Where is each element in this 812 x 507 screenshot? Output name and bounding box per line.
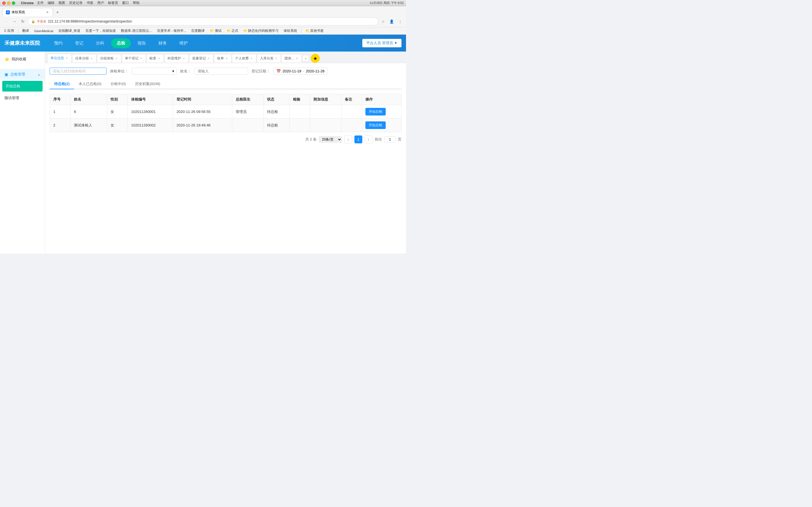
content-tab-room-maintenance[interactable]: 科室维护 × [164, 54, 189, 62]
tab-close-group-exam[interactable]: × [115, 57, 118, 60]
tab-close-distribution[interactable]: × [274, 57, 278, 60]
date-range[interactable]: 📅 2020-11-19 - 2020-11-26 [273, 68, 327, 75]
tab-close-unit-info[interactable]: × [65, 56, 68, 60]
bookmark-formal[interactable]: 📁 正式 [225, 28, 240, 34]
reload-button[interactable]: ↻ [19, 18, 27, 25]
per-page-select[interactable]: 20条/页 50条/页 100条/页 [319, 136, 342, 143]
tab-close-batch-register[interactable]: × [207, 57, 210, 60]
content-tab-single-register[interactable]: 单个登记 × [122, 54, 146, 62]
nav-department[interactable]: 分科 [90, 38, 110, 48]
tab-more-button[interactable]: › [302, 55, 309, 62]
sub-tab-pending[interactable]: 待总检(2) [50, 79, 74, 89]
minimize-button[interactable] [7, 1, 10, 5]
menu-history[interactable]: 历史记录 [69, 1, 83, 5]
content-tab-exam[interactable]: 检查 × [146, 54, 164, 62]
bookmark-baidufanyi[interactable]: 百度翻译 [190, 28, 206, 34]
bookmark-apps[interactable]: ⠿ 应用 [2, 28, 16, 34]
browser-tab-active[interactable]: 体 体软系统 ✕ [2, 8, 53, 16]
sub-tab-in-progress[interactable]: 分检中(0) [106, 79, 131, 89]
bookmark-db[interactable]: 数据库-浙江医院云... [119, 28, 153, 34]
new-tab-button[interactable]: + [54, 8, 61, 16]
tab-close-personal-fee[interactable]: × [250, 57, 253, 60]
sidebar-item-management[interactable]: ▣ 总检管理 ▲ [0, 69, 45, 80]
content-tab-receipt[interactable]: 收单 × [214, 54, 232, 62]
bookmark-geenmedical[interactable]: GeenMedical [33, 29, 55, 33]
user-dropdown-button[interactable]: 平台人员 管理员 ▼ [362, 39, 402, 47]
sidebar-section-management: ▣ 总检管理 ▲ 开始总检 随访管理 [0, 67, 45, 106]
content-tab-personal-fee[interactable]: 个人收费 × [232, 54, 256, 62]
bookmark-separator [18, 29, 18, 33]
menu-file[interactable]: 文件 [37, 1, 44, 5]
menu-window[interactable]: 窗口 [122, 1, 129, 5]
cell-status: 待总检 [263, 119, 289, 132]
menu-view[interactable]: 视图 [58, 1, 65, 5]
page-goto-input[interactable] [384, 136, 396, 143]
address-input[interactable]: 🔒 不安全 221.12.174.68:9888/#/inspectionman… [28, 17, 378, 25]
menu-user[interactable]: 用户 [97, 1, 104, 5]
cell-code: 102011260001 [128, 105, 173, 119]
tab-close-room-maintenance[interactable]: × [182, 57, 186, 60]
sub-tab-history[interactable]: 历史积案(9249) [131, 79, 165, 89]
content-tab-group-more[interactable]: 团体... × [282, 54, 302, 62]
menu-help[interactable]: 帮助 [133, 1, 140, 5]
profile-icon[interactable]: 👤 [388, 18, 395, 25]
nav-appointment[interactable]: 预约 [49, 38, 68, 48]
chevron-down-icon: ▾ [172, 69, 174, 73]
content-tab-unit-info[interactable]: 单位信息 × [47, 54, 71, 63]
bookmark-static[interactable]: 📁 静态化代码检测学习 [242, 28, 280, 34]
search-bar: 体检单位： ▾ 姓名： 登记日期： 📅 2020-11-19 - 2020-11… [50, 68, 402, 75]
next-page-button[interactable]: › [364, 135, 372, 144]
name-input[interactable] [195, 68, 248, 75]
bookmark-others[interactable]: 📁 其他书签 [304, 28, 325, 34]
tab-label: 分组体检 [100, 56, 114, 61]
menu-edit[interactable]: 编辑 [48, 1, 54, 5]
tab-close-exam[interactable]: × [157, 57, 161, 60]
tab-close-button[interactable]: ✕ [45, 10, 49, 14]
bookmark-translate[interactable]: 翻译 [20, 28, 31, 34]
nav-maintenance[interactable]: 维护 [174, 38, 193, 48]
bookmark-youdao[interactable]: 在线翻译_有道 [57, 28, 82, 34]
close-button[interactable] [2, 1, 6, 5]
bookmark-baidu[interactable]: 百度一下，你就知道 [84, 28, 117, 34]
menu-bookmarks[interactable]: 书签 [87, 1, 93, 5]
cell-remark [341, 105, 362, 119]
content-tab-task-group[interactable]: 任务分组 × [72, 54, 96, 62]
page-1-button[interactable]: 1 [354, 135, 362, 144]
content-tab-group-exam[interactable]: 分组体检 × [97, 54, 121, 62]
content-tab-distribution[interactable]: 入库分发 × [257, 54, 281, 62]
maximize-button[interactable] [12, 1, 15, 5]
nav-finance[interactable]: 财务 [153, 38, 172, 48]
tab-close-task-group[interactable]: × [90, 57, 93, 60]
code-search-input[interactable] [53, 69, 103, 73]
forward-button[interactable]: → [11, 18, 18, 25]
nav-report[interactable]: 报告 [132, 38, 152, 48]
favorite-button[interactable]: ★ [311, 54, 320, 63]
menu-tabs[interactable]: 标签页 [108, 1, 118, 5]
back-button[interactable]: ← [2, 18, 10, 25]
bookmark-star-icon[interactable]: ☆ [379, 18, 387, 25]
sidebar-item-start-inspection[interactable]: 开始总检 [2, 81, 43, 92]
start-inspection-btn-row1[interactable]: 开始总检 [365, 108, 386, 115]
titlebar-right: 11月26日 周四 下午 8:52 [370, 1, 404, 5]
content-tab-batch-register[interactable]: 批量登记 × [189, 54, 213, 62]
data-table: 序号 姓名 性别 体检编号 登记时间 总检医生 状态 检验 附加信息 备注 操作 [50, 94, 402, 132]
cell-index: 2 [50, 119, 70, 132]
sidebar-item-favorites[interactable]: ⭐ 我的收藏 [0, 54, 45, 64]
prev-page-button[interactable]: ‹ [344, 135, 352, 144]
bookmark-test[interactable]: 📁 测试 [208, 28, 223, 34]
nav-register[interactable]: 登记 [69, 38, 89, 48]
sub-tab-done-self[interactable]: 本人已总检(0) [74, 79, 106, 89]
cell-name: 6 [70, 105, 107, 119]
menu-dots-icon[interactable]: ⋮ [396, 18, 404, 25]
tab-close-group-more[interactable]: × [295, 57, 299, 60]
nav-inspection[interactable]: 总检 [111, 38, 131, 48]
cell-name: 测试体检人 [70, 119, 107, 132]
unit-select[interactable]: ▾ [132, 68, 177, 75]
sidebar-item-followup[interactable]: 随访管理 [0, 93, 45, 103]
bookmark-baiduxueshu[interactable]: 百度学术 - 保持学... [155, 28, 188, 34]
start-inspection-btn-row2[interactable]: 开始总检 [365, 121, 386, 129]
bookmark-tiru[interactable]: 体软系统 [282, 28, 299, 34]
tab-close-receipt[interactable]: × [225, 57, 229, 60]
menu-bar: 文件 编辑 视图 历史记录 书签 用户 标签页 窗口 帮助 [37, 1, 140, 5]
tab-close-single-register[interactable]: × [140, 57, 143, 60]
